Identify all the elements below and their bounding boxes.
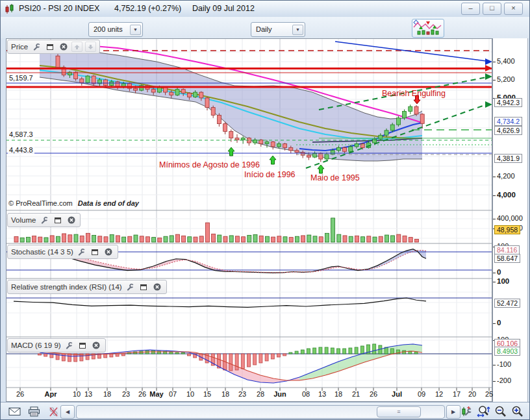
y-axis-label: 58.647 [494,254,520,263]
units-dropdown[interactable]: 200 units ▼ [88,22,143,37]
close-button[interactable]: × [504,3,523,15]
y-axis-label: 52.472 [494,299,520,308]
wrench-icon[interactable] [125,282,136,292]
last-quote: 4,752.19 (+0.27%) [114,4,181,13]
candlestick-logo-icon [5,3,15,17]
app-window: PSI20 - PSI 20 INDEX 4,752.19 (+0.27%) D… [0,0,530,420]
brand-text: © ProRealTime.com [8,199,73,207]
move-panel-down-icon[interactable] [85,42,96,52]
period-and-date: Daily 09 Jul 2012 [192,4,255,13]
pattern-detection-button[interactable] [412,19,444,38]
volume-panel-title: Volume [11,216,36,224]
detach-window-icon[interactable] [44,42,55,52]
move-panel-up-icon[interactable] [71,42,82,52]
chart-settings-icon[interactable] [458,404,475,419]
price-level-label: 5,159.7 [8,74,34,82]
axis-tick [493,381,496,382]
chevron-down-icon: ▼ [130,25,141,35]
time-axis[interactable]: 26Apr1013182326May071015182328Jun0813182… [6,390,492,401]
wrench-icon[interactable] [76,247,87,257]
annotation-maio-1995: Maio de 1995 [310,173,360,182]
price-panel-title: Price [11,43,28,51]
close-panel-icon[interactable] [66,215,77,225]
x-axis-label: 21 [346,390,366,398]
y-axis-label: 8.4903 [494,347,520,356]
wrench-icon[interactable] [31,42,42,52]
axis-tick [493,195,496,196]
x-axis-label: 25 [479,390,499,398]
detach-window-icon[interactable] [77,340,88,351]
close-panel-icon[interactable] [152,282,163,292]
chart-toolbar: 200 units ▼ Daily ▼ [1,17,529,38]
instrument-name: PSI20 - PSI 20 INDEX [19,4,99,13]
detach-window-icon[interactable] [138,282,149,292]
y-axis-label: 4,381.9 [494,154,522,163]
y-axis-label: 4,734.2 [494,117,522,126]
axis-tick [493,365,496,365]
price-level-label: 4,587.3 [8,130,34,139]
scrollbar-track[interactable]: ≡ [76,405,445,419]
price-panel-header: Price [7,40,100,54]
x-axis-label: 26 [364,390,383,398]
copyright-note: © ProRealTime.comData is end of day [8,199,139,207]
timeframe-dropdown[interactable]: Daily ▼ [251,22,305,37]
volume-panel-header: Volume [7,213,81,227]
y-axis-label: 400,000 [497,214,523,223]
timeframe-value: Daily [256,25,271,33]
close-panel-icon[interactable] [58,42,69,52]
price-axis-gutter[interactable]: 5,4005,2005,0004,2004,000400,000200,0001… [492,38,528,402]
scrollbar-thumb[interactable]: ≡ [377,406,421,417]
axis-tick [493,219,496,219]
y-axis-label: 4,200 [497,172,515,180]
zoom-fit-icon[interactable] [475,404,492,419]
email-icon[interactable] [6,404,23,419]
close-panel-icon[interactable] [91,340,102,351]
macd-panel-header: MACD (6 19 9) [7,338,106,352]
scroll-left-button[interactable]: ◀ [60,405,75,419]
y-axis-label: -200 [497,377,511,385]
close-panel-icon[interactable] [103,247,114,257]
maximize-button[interactable]: □ [483,3,501,15]
wrench-icon[interactable] [38,215,49,225]
zoom-in-icon[interactable] [509,404,525,419]
axis-tick [493,177,496,177]
x-axis-label: 18 [97,390,117,398]
y-axis-label: 4,942.3 [494,98,522,107]
chevron-down-icon: ▼ [292,25,303,35]
unlink-icon[interactable] [45,404,62,419]
zoom-out-icon[interactable] [492,404,509,419]
y-axis-label: 100 [497,277,509,286]
rsi-panel-title: Relative strength index (RSI) (14) [11,283,122,291]
annotation-bearish-engulfing: Bearish Engulfing [382,89,446,98]
units-value: 200 units [94,25,123,33]
x-axis-label: 13 [79,390,98,398]
x-axis-label: 12 [429,390,449,398]
x-axis-label: 09 [412,390,431,398]
print-icon[interactable] [25,404,42,419]
bottom-toolbar: ◀ ≡ ▶ [1,402,529,420]
macd-panel-title: MACD (6 19 9) [11,341,61,349]
x-axis-label: 23 [233,390,252,398]
wrench-icon[interactable] [64,340,75,351]
y-axis-label: -100 [497,360,511,369]
x-axis-label: 18 [329,390,348,398]
axis-tick [493,282,496,282]
y-axis-label: 84.116 [494,245,520,254]
x-axis-label: Jun [270,390,290,398]
axis-tick [493,62,496,62]
rsi-panel-header: Relative strength index (RSI) (14) [7,280,167,294]
axis-tick [493,273,496,273]
stochastic-panel-header: Stochastic (14 3 5) [7,245,118,259]
y-axis-label: 48,958 [494,225,520,234]
y-axis-label: 5,200 [497,75,515,84]
price-level-label: 4,443.8 [8,146,34,154]
detach-window-icon[interactable] [52,215,63,225]
annotation-inicio-1996: Início de 1996 [244,170,296,179]
x-axis-label: 28 [251,390,270,398]
minimize-button[interactable]: – [461,3,480,15]
detach-window-icon[interactable] [90,247,101,257]
x-axis-label: 26 [10,390,30,398]
title-bar: PSI20 - PSI 20 INDEX 4,752.19 (+0.27%) D… [1,1,529,18]
axis-tick [493,323,496,324]
y-axis-label: 4,000 [497,191,516,199]
